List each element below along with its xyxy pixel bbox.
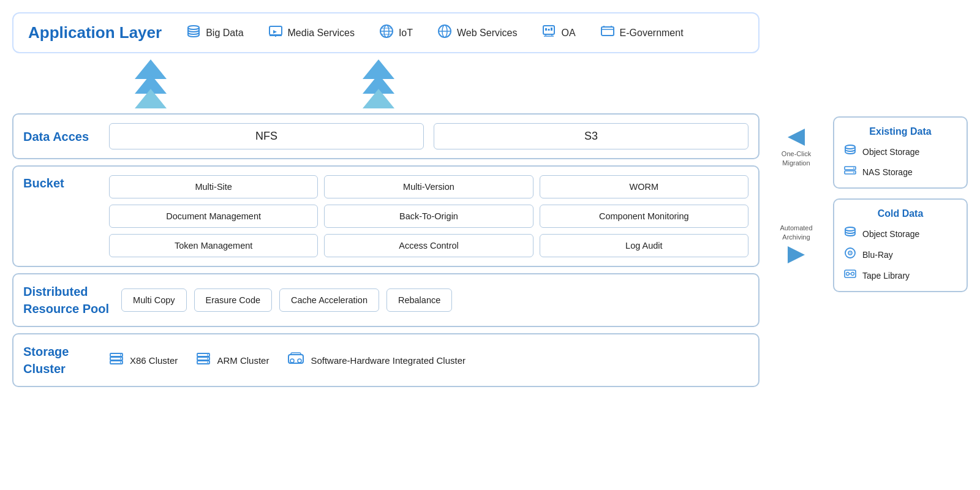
data-access-row: NFS S3 <box>109 123 748 149</box>
arrow-up-left <box>135 59 167 108</box>
existing-data-arrow: One-ClickMigration <box>782 129 811 168</box>
sc-arm: ARM Cluster <box>196 351 269 369</box>
side-arrows-area: One-ClickMigration AutomatedArchiving <box>772 12 821 263</box>
data-access-section: Data Acces NFS S3 <box>12 113 760 159</box>
archiving-label: AutomatedArchiving <box>780 224 812 243</box>
big-data-icon <box>186 24 201 42</box>
tri3 <box>135 89 167 108</box>
drp-section: Distributed Resource Pool Multi Copy Era… <box>12 273 760 327</box>
service-egovt: E-Government <box>600 24 684 42</box>
feature-token-mgmt: Token Management <box>109 234 318 257</box>
feature-doc-mgmt: Document Management <box>109 205 318 228</box>
drp-title: Distributed Resource Pool <box>23 283 109 317</box>
svg-point-36 <box>845 227 855 231</box>
svg-point-20 <box>120 358 121 360</box>
app-layer-title: Application Layer <box>28 23 162 42</box>
cold-obj-storage: Object Storage <box>844 227 957 241</box>
media-icon <box>268 24 283 42</box>
tri3b <box>363 89 394 108</box>
feature-multi-site: Multi-Site <box>109 175 318 198</box>
tape-label: Tape Library <box>862 271 910 281</box>
feature-log-audit: Log Audit <box>540 234 748 257</box>
cold-obj-label: Object Storage <box>862 229 919 239</box>
existing-obj-label: Object Storage <box>862 147 919 157</box>
svg-point-42 <box>851 273 854 276</box>
svg-point-29 <box>290 359 294 363</box>
drp-cache-acceleration: Cache Acceleration <box>279 288 379 312</box>
main-area: Application Layer Big Data Media Service… <box>12 12 760 478</box>
nas-label: NAS Storage <box>862 167 913 177</box>
oa-icon <box>541 24 556 42</box>
storage-cluster-section: Storage Cluster X86 Cluster ARM Cluster <box>12 333 760 387</box>
svg-point-27 <box>207 362 208 363</box>
existing-data-title: Existing Data <box>844 126 957 137</box>
blu-ray-icon <box>844 247 856 262</box>
right-panel: Existing Data Object Storage NAS Storage… <box>833 12 968 292</box>
nas-icon <box>844 165 856 179</box>
iot-label: IoT <box>399 28 413 39</box>
feature-multi-version: Multi-Version <box>324 175 533 198</box>
svg-point-35 <box>853 172 854 173</box>
svg-point-31 <box>845 145 855 149</box>
existing-obj-icon <box>844 145 856 159</box>
tape-library: Tape Library <box>844 268 957 282</box>
drp-row: Multi Copy Erasure Code Cache Accelerati… <box>121 288 748 312</box>
data-access-title: Data Acces <box>23 129 97 145</box>
service-big-data: Big Data <box>186 24 243 42</box>
svg-point-39 <box>850 252 851 254</box>
sc-integrated: Software-Hardware Integrated Cluster <box>287 351 466 369</box>
svg-point-21 <box>120 362 121 363</box>
svg-point-41 <box>846 273 850 276</box>
blu-ray-label: Blu-Ray <box>862 250 893 260</box>
bucket-title: Bucket <box>23 175 97 191</box>
cold-data-title: Cold Data <box>844 208 957 219</box>
arrow-up-right <box>363 59 394 108</box>
feature-access-control: Access Control <box>324 234 533 257</box>
nfs-box: NFS <box>109 123 424 149</box>
cold-data-card: Cold Data Object Storage Blu-Ray Tape Li… <box>833 198 968 292</box>
egovt-label: E-Government <box>620 28 684 39</box>
arm-icon <box>196 351 211 369</box>
svg-point-19 <box>120 355 121 356</box>
migration-label: One-ClickMigration <box>782 149 811 168</box>
cold-obj-icon <box>844 227 856 241</box>
oa-label: OA <box>561 28 575 39</box>
service-web: Web Services <box>437 24 517 42</box>
feature-component-monitoring: Component Monitoring <box>540 205 748 228</box>
svg-rect-10 <box>548 29 550 31</box>
drp-erasure-code: Erasure Code <box>194 288 272 312</box>
web-icon <box>437 24 452 42</box>
svg-rect-12 <box>601 27 614 36</box>
storage-cluster-title: Storage Cluster <box>23 343 97 377</box>
svg-point-25 <box>207 355 208 356</box>
arrow-right-icon <box>788 246 805 263</box>
feature-worm: WORM <box>540 175 748 198</box>
integrated-icon <box>287 351 304 369</box>
drp-multi-copy: Multi Copy <box>121 288 187 312</box>
diagram-wrapper: Application Layer Big Data Media Service… <box>12 12 968 478</box>
cold-data-arrow: AutomatedArchiving <box>780 224 812 263</box>
drp-rebalance: Rebalance <box>386 288 452 312</box>
x86-label: X86 Cluster <box>130 355 178 366</box>
arrow-left-icon <box>788 129 805 146</box>
feature-back-to-origin: Back-To-Origin <box>324 205 533 228</box>
arrows-row <box>12 59 760 108</box>
svg-point-26 <box>207 358 208 360</box>
service-iot: IoT <box>379 24 413 42</box>
s3-box: S3 <box>434 123 748 149</box>
svg-point-0 <box>188 26 199 29</box>
bucket-grid: Multi-Site Multi-Version WORM Document M… <box>109 175 748 257</box>
svg-point-30 <box>298 359 301 363</box>
bucket-section: Bucket Multi-Site Multi-Version WORM Doc… <box>12 165 760 267</box>
x86-icon <box>109 351 124 369</box>
svg-point-34 <box>853 168 854 169</box>
tape-icon <box>844 268 856 282</box>
svg-rect-1 <box>270 26 282 35</box>
nas-storage: NAS Storage <box>844 165 957 179</box>
iot-icon <box>379 24 394 42</box>
web-label: Web Services <box>457 28 517 39</box>
egovt-icon <box>600 24 615 42</box>
integrated-label: Software-Hardware Integrated Cluster <box>311 355 466 366</box>
sc-row: X86 Cluster ARM Cluster Software-Hardwar… <box>109 351 748 369</box>
blu-ray: Blu-Ray <box>844 247 957 262</box>
